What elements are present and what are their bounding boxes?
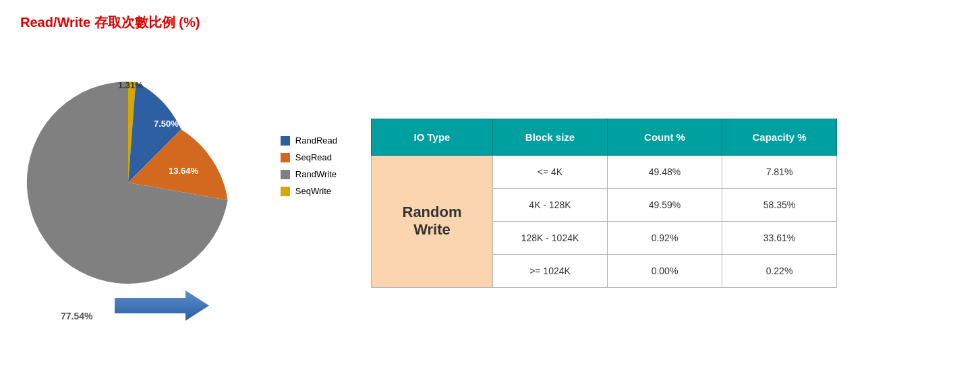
capacity-pct-cell: 7.81%	[722, 155, 837, 188]
page-title: Read/Write 存取次數比例 (%)	[20, 13, 960, 32]
capacity-pct-cell: 33.61%	[722, 221, 837, 254]
capacity-pct-cell: 0.22%	[722, 254, 837, 287]
legend-color-seqwrite	[281, 187, 290, 196]
header-count-pct: Count %	[608, 119, 722, 155]
label-seqwrite: 1.31%	[118, 80, 143, 90]
header-io-type: IO Type	[372, 119, 493, 155]
legend-label-seqwrite: SeqWrite	[295, 186, 331, 196]
label-randwrite: 77.54%	[61, 311, 92, 321]
legend-label-randread: RandRead	[295, 135, 337, 146]
header-capacity-pct: Capacity %	[722, 119, 837, 155]
pie-chart	[20, 75, 236, 290]
table-row: Random Write<= 4K49.48%7.81%	[372, 155, 837, 188]
table-header-row: IO Type Block size Count % Capacity %	[372, 119, 837, 155]
label-randread: 7.50%	[154, 119, 179, 129]
legend-color-randread	[281, 136, 290, 146]
arrow-container	[115, 287, 209, 324]
legend-seqread: SeqRead	[281, 152, 337, 162]
data-table: IO Type Block size Count % Capacity % Ra…	[371, 119, 837, 288]
chart-area: 1.31% 7.50% 13.64% 77.54% RandRead SeqRe…	[20, 61, 344, 344]
block-size-cell: 128K - 1024K	[493, 221, 608, 254]
count-pct-cell: 0.00%	[608, 254, 722, 287]
block-size-cell: <= 4K	[493, 155, 608, 188]
right-arrow	[115, 287, 209, 324]
block-size-cell: >= 1024K	[493, 254, 608, 287]
count-pct-cell: 49.59%	[608, 188, 722, 221]
legend-color-randwrite	[281, 170, 290, 179]
main-content: 1.31% 7.50% 13.64% 77.54% RandRead SeqRe…	[20, 45, 960, 361]
io-type-cell: Random Write	[372, 155, 493, 287]
count-pct-cell: 0.92%	[608, 221, 722, 254]
block-size-cell: 4K - 128K	[493, 188, 608, 221]
svg-marker-0	[115, 290, 209, 321]
legend-randwrite: RandWrite	[281, 169, 337, 179]
table-area: IO Type Block size Count % Capacity % Ra…	[371, 119, 960, 288]
legend-randread: RandRead	[281, 135, 337, 146]
count-pct-cell: 49.48%	[608, 155, 722, 188]
legend-color-seqread	[281, 153, 290, 162]
capacity-pct-cell: 58.35%	[722, 188, 837, 221]
legend-label-seqread: SeqRead	[295, 152, 332, 162]
header-block-size: Block size	[493, 119, 608, 155]
chart-legend: RandRead SeqRead RandWrite SeqWrite	[281, 135, 337, 196]
legend-seqwrite: SeqWrite	[281, 186, 337, 196]
label-seqread: 13.64%	[169, 166, 198, 176]
legend-label-randwrite: RandWrite	[295, 169, 337, 179]
pie-container: 1.31% 7.50% 13.64% 77.54%	[20, 75, 236, 290]
